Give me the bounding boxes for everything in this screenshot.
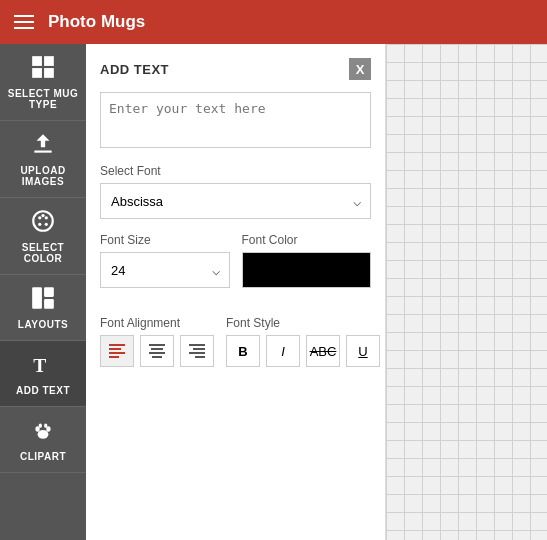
svg-rect-11: [32, 287, 42, 309]
font-alignment-group: Font Alignment: [100, 316, 214, 367]
strikethrough-button[interactable]: ABC: [306, 335, 340, 367]
paw-icon: [30, 417, 56, 447]
add-text-panel: ADD TEXT X Select Font Abscissa Arial Ti…: [86, 44, 386, 540]
font-select-wrapper: Abscissa Arial Times New Roman ⌵: [100, 183, 371, 219]
hamburger-menu[interactable]: [14, 15, 34, 29]
bold-button[interactable]: B: [226, 335, 260, 367]
svg-rect-24: [149, 344, 165, 346]
style-buttons: B I ABC U: [226, 335, 380, 367]
sidebar-label-upload-images: UPLOAD IMAGES: [4, 165, 82, 187]
text-input[interactable]: [100, 92, 371, 148]
font-alignment-label: Font Alignment: [100, 316, 214, 330]
svg-point-15: [38, 430, 49, 439]
svg-rect-27: [152, 356, 162, 358]
canvas-area: [386, 44, 547, 540]
close-panel-button[interactable]: X: [349, 58, 371, 80]
content-area: ADD TEXT X Select Font Abscissa Arial Ti…: [86, 44, 547, 540]
svg-rect-26: [149, 352, 165, 354]
alignment-buttons: [100, 335, 214, 367]
svg-rect-13: [44, 299, 54, 309]
align-right-button[interactable]: [180, 335, 214, 367]
svg-point-18: [39, 424, 42, 428]
panel-header: ADD TEXT X: [100, 58, 371, 80]
svg-rect-28: [189, 344, 205, 346]
grid-icon: [30, 54, 56, 84]
sidebar-item-layouts[interactable]: LAYOUTS: [0, 275, 86, 341]
alignment-style-row: Font Alignment: [100, 316, 371, 367]
italic-button[interactable]: I: [266, 335, 300, 367]
font-size-group: Font Size 24 12 18 36 48 ⌵: [100, 233, 230, 302]
font-color-group: Font Color: [242, 233, 372, 302]
svg-point-19: [44, 424, 47, 428]
text-icon: T: [30, 351, 56, 381]
sidebar-item-add-text[interactable]: T ADD TEXT: [0, 341, 86, 407]
svg-rect-1: [44, 56, 54, 66]
main-layout: SELECT MUG TYPE UPLOAD IMAGES: [0, 44, 547, 540]
sidebar-label-select-color: SELECT COLOR: [4, 242, 82, 264]
svg-rect-31: [195, 356, 205, 358]
svg-rect-29: [193, 348, 205, 350]
sidebar-item-clipart[interactable]: CLIPART: [0, 407, 86, 473]
font-select[interactable]: Abscissa Arial Times New Roman: [100, 183, 371, 219]
svg-text:T: T: [33, 355, 47, 376]
sidebar-item-select-color[interactable]: SELECT COLOR: [0, 198, 86, 275]
align-left-button[interactable]: [100, 335, 134, 367]
svg-point-10: [41, 214, 44, 217]
svg-point-8: [38, 223, 41, 226]
svg-rect-3: [44, 68, 54, 78]
upload-icon: [30, 131, 56, 161]
font-size-select-wrapper: 24 12 18 36 48 ⌵: [100, 252, 230, 288]
panel-title: ADD TEXT: [100, 62, 169, 77]
sidebar: SELECT MUG TYPE UPLOAD IMAGES: [0, 44, 86, 540]
svg-rect-2: [32, 68, 42, 78]
svg-point-7: [45, 216, 48, 219]
svg-rect-23: [109, 356, 119, 358]
font-color-swatch[interactable]: [242, 252, 372, 288]
svg-rect-4: [34, 151, 51, 153]
palette-icon: [30, 208, 56, 238]
font-style-group: Font Style B I ABC U: [226, 316, 380, 367]
underline-button[interactable]: U: [346, 335, 380, 367]
svg-point-6: [38, 216, 41, 219]
font-size-label: Font Size: [100, 233, 230, 247]
font-color-label: Font Color: [242, 233, 372, 247]
font-label: Select Font: [100, 164, 371, 178]
svg-rect-0: [32, 56, 42, 66]
sidebar-item-select-mug[interactable]: SELECT MUG TYPE: [0, 44, 86, 121]
font-size-select[interactable]: 24 12 18 36 48: [100, 252, 230, 288]
svg-rect-20: [109, 344, 125, 346]
sidebar-label-clipart: CLIPART: [20, 451, 66, 462]
sidebar-item-upload-images[interactable]: UPLOAD IMAGES: [0, 121, 86, 198]
font-style-label: Font Style: [226, 316, 380, 330]
svg-rect-12: [44, 287, 54, 297]
header: Photo Mugs: [0, 0, 547, 44]
sidebar-label-add-text: ADD TEXT: [16, 385, 70, 396]
sidebar-label-select-mug: SELECT MUG TYPE: [4, 88, 82, 110]
align-center-button[interactable]: [140, 335, 174, 367]
svg-rect-21: [109, 348, 121, 350]
svg-rect-30: [189, 352, 205, 354]
svg-rect-25: [151, 348, 163, 350]
svg-point-9: [45, 223, 48, 226]
font-size-color-row: Font Size 24 12 18 36 48 ⌵ Font Color: [100, 233, 371, 302]
app-title: Photo Mugs: [48, 12, 145, 32]
svg-rect-22: [109, 352, 125, 354]
sidebar-label-layouts: LAYOUTS: [18, 319, 68, 330]
layouts-icon: [30, 285, 56, 315]
